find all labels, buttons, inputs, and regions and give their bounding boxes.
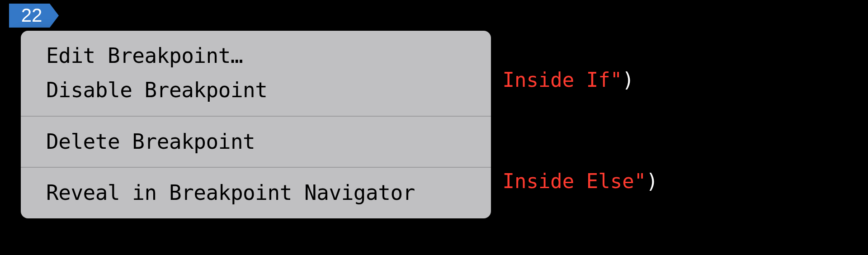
context-menu-section-1: Edit Breakpoint… Disable Breakpoint (21, 31, 491, 116)
line-number: 22 (21, 3, 42, 28)
menu-item-edit-breakpoint[interactable]: Edit Breakpoint… (21, 39, 491, 73)
code-editor: 22 if(flag){ I am Inside If") I am Insid… (0, 0, 868, 255)
breakpoint-marker[interactable]: 22 (9, 4, 59, 28)
paren-close-if: ) (622, 68, 634, 91)
context-menu-section-2: Delete Breakpoint (21, 117, 491, 167)
menu-item-delete-breakpoint[interactable]: Delete Breakpoint (21, 125, 491, 159)
breakpoint-context-menu: Edit Breakpoint… Disable Breakpoint Dele… (21, 31, 491, 218)
context-menu-section-3: Reveal in Breakpoint Navigator (21, 168, 491, 218)
code-line-22: if(flag){ (208, 4, 387, 30)
paren-close-else: ) (646, 170, 658, 193)
menu-item-reveal-breakpoint[interactable]: Reveal in Breakpoint Navigator (21, 176, 491, 210)
menu-item-disable-breakpoint[interactable]: Disable Breakpoint (21, 73, 491, 108)
